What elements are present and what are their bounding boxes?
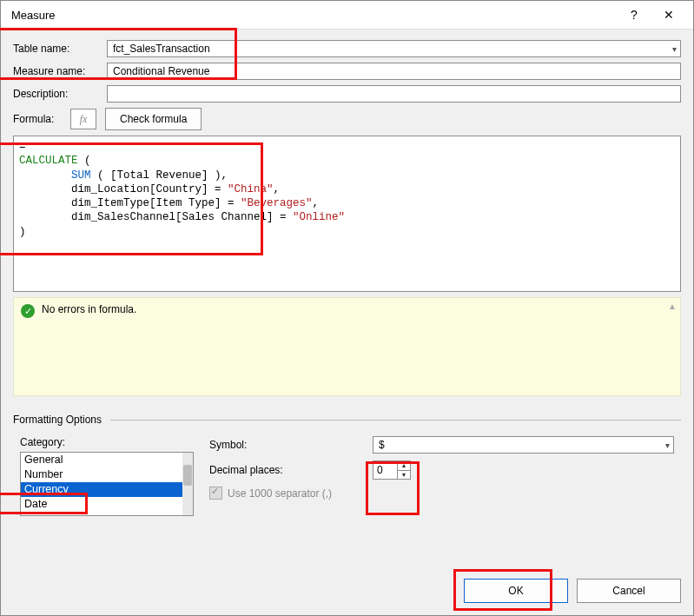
thousand-separator-label: Use 1000 separator (,) — [228, 487, 332, 500]
formula-header-row: Formula: fx Check formula — [13, 108, 681, 130]
divider — [110, 420, 681, 421]
formatting-section: Formatting Options — [13, 414, 681, 426]
spinner-down-icon[interactable]: ▼ — [398, 471, 410, 480]
category-scrollbar[interactable] — [182, 453, 193, 515]
spinner-arrows[interactable]: ▲ ▼ — [397, 461, 410, 479]
description-input[interactable] — [107, 85, 681, 103]
description-label: Description: — [13, 88, 100, 100]
check-icon: ✓ — [21, 304, 35, 318]
measure-name-row: Measure name: — [13, 63, 681, 80]
table-name-row: Table name: fct_SalesTransaction ▾ — [13, 40, 681, 57]
measure-name-input[interactable] — [107, 63, 681, 80]
symbol-select[interactable]: $ ▾ — [373, 436, 674, 454]
table-name-label: Table name: — [13, 43, 100, 55]
measure-dialog: Measure ? ✕ Table name: fct_SalesTransac… — [0, 0, 694, 616]
chevron-down-icon: ▾ — [665, 440, 670, 450]
measure-name-label: Measure name: — [13, 65, 100, 77]
symbol-value: $ — [379, 439, 385, 451]
decimal-row: Decimal places: 0 ▲ ▼ — [209, 460, 674, 480]
ok-button[interactable]: OK — [464, 579, 568, 603]
validation-box: ✓ No errors in formula. ▲ — [13, 297, 681, 396]
help-button[interactable]: ? — [617, 3, 651, 27]
category-item-currency[interactable]: Currency — [21, 482, 193, 497]
chevron-down-icon: ▾ — [672, 44, 677, 54]
symbol-label: Symbol: — [209, 439, 366, 451]
scroll-up-icon[interactable]: ▲ — [668, 301, 677, 311]
table-name-select[interactable]: fct_SalesTransaction ▾ — [107, 40, 681, 57]
thousand-separator-checkbox — [209, 487, 222, 500]
category-item-general[interactable]: General — [21, 453, 193, 467]
symbol-row: Symbol: $ ▾ — [209, 436, 674, 454]
table-name-value: fct_SalesTransaction — [113, 43, 210, 55]
decimal-spinner[interactable]: 0 ▲ ▼ — [373, 460, 411, 480]
formatting-section-title: Formatting Options — [13, 414, 102, 426]
category-label: Category: — [20, 436, 194, 448]
close-button[interactable]: ✕ — [651, 3, 686, 27]
formula-label: Formula: — [13, 113, 62, 125]
cancel-button[interactable]: Cancel — [577, 579, 681, 603]
thousand-separator-row: Use 1000 separator (,) — [209, 487, 674, 500]
category-item-number[interactable]: Number — [21, 467, 193, 482]
window-title: Measure — [8, 9, 617, 22]
validation-message: No errors in formula. — [42, 303, 136, 315]
formula-editor[interactable]: = CALCULATE ( SUM ( [Total Revenue] ), d… — [13, 136, 681, 292]
titlebar: Measure ? ✕ — [1, 1, 693, 30]
category-column: Category: General Number Currency Date — [20, 436, 194, 516]
category-list[interactable]: General Number Currency Date — [20, 452, 194, 516]
decimal-label: Decimal places: — [209, 464, 366, 476]
format-area: Category: General Number Currency Date S… — [13, 436, 681, 516]
format-controls: Symbol: $ ▾ Decimal places: 0 ▲ ▼ — [209, 436, 674, 516]
spinner-up-icon[interactable]: ▲ — [398, 461, 410, 471]
decimal-value: 0 — [373, 461, 397, 479]
category-item-date[interactable]: Date — [21, 497, 193, 512]
dialog-body: Table name: fct_SalesTransaction ▾ Measu… — [1, 30, 693, 561]
description-row: Description: — [13, 85, 681, 103]
footer: OK Cancel — [1, 579, 693, 615]
fx-icon[interactable]: fx — [70, 109, 96, 129]
check-formula-button[interactable]: Check formula — [105, 108, 202, 130]
